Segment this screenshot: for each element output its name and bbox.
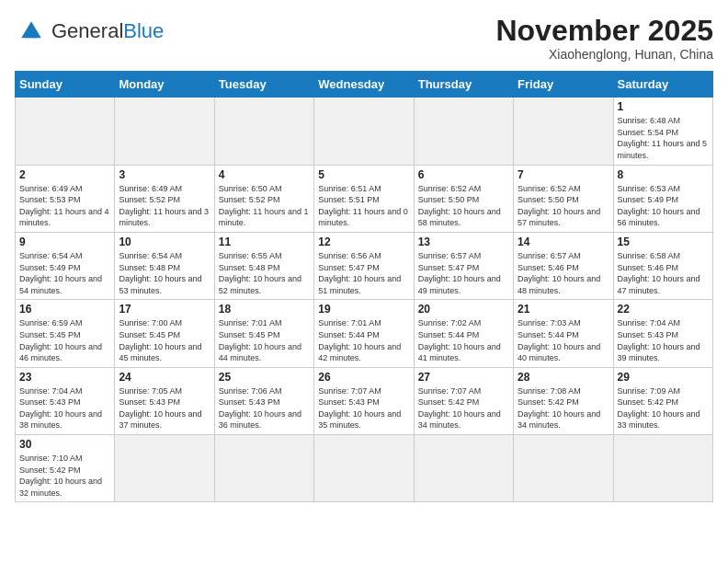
page: GeneralBlue November 2025 Xiaohenglong, … bbox=[0, 0, 728, 563]
calendar-cell: 10Sunrise: 6:54 AMSunset: 5:48 PMDayligh… bbox=[115, 232, 214, 299]
calendar-cell: 12Sunrise: 6:56 AMSunset: 5:47 PMDayligh… bbox=[314, 232, 414, 299]
logo: GeneralBlue bbox=[15, 15, 164, 48]
day-number: 2 bbox=[19, 168, 110, 181]
calendar-cell bbox=[414, 98, 513, 165]
day-number: 8 bbox=[618, 168, 709, 181]
th-friday: Friday bbox=[514, 72, 613, 98]
calendar-cell: 22Sunrise: 7:04 AMSunset: 5:43 PMDayligh… bbox=[613, 300, 712, 367]
day-number: 16 bbox=[19, 303, 110, 316]
th-tuesday: Tuesday bbox=[214, 72, 313, 98]
th-sunday: Sunday bbox=[16, 72, 115, 98]
day-info: Sunrise: 6:58 AMSunset: 5:46 PMDaylight:… bbox=[618, 250, 709, 296]
calendar-cell bbox=[16, 98, 115, 165]
calendar-week-row: 1Sunrise: 6:48 AMSunset: 5:54 PMDaylight… bbox=[16, 98, 713, 165]
calendar-cell bbox=[115, 435, 214, 502]
day-number: 7 bbox=[518, 168, 609, 181]
calendar-cell bbox=[514, 435, 613, 502]
calendar-body: 1Sunrise: 6:48 AMSunset: 5:54 PMDaylight… bbox=[16, 98, 713, 502]
day-info: Sunrise: 6:49 AMSunset: 5:52 PMDaylight:… bbox=[119, 183, 210, 229]
location: Xiaohenglong, Hunan, China bbox=[495, 47, 713, 62]
calendar-cell: 26Sunrise: 7:07 AMSunset: 5:43 PMDayligh… bbox=[314, 367, 414, 434]
day-number: 26 bbox=[318, 371, 409, 384]
day-info: Sunrise: 7:04 AMSunset: 5:43 PMDaylight:… bbox=[19, 385, 110, 431]
day-info: Sunrise: 7:05 AMSunset: 5:43 PMDaylight:… bbox=[119, 385, 210, 431]
day-number: 29 bbox=[618, 371, 709, 384]
day-number: 18 bbox=[219, 303, 310, 316]
day-number: 15 bbox=[618, 236, 709, 248]
day-number: 14 bbox=[518, 236, 609, 248]
calendar-cell: 4Sunrise: 6:50 AMSunset: 5:52 PMDaylight… bbox=[214, 165, 313, 232]
calendar-cell: 18Sunrise: 7:01 AMSunset: 5:45 PMDayligh… bbox=[214, 300, 313, 367]
day-info: Sunrise: 7:06 AMSunset: 5:43 PMDaylight:… bbox=[219, 385, 310, 431]
calendar-week-row: 2Sunrise: 6:49 AMSunset: 5:53 PMDaylight… bbox=[16, 165, 713, 232]
day-number: 9 bbox=[19, 236, 110, 248]
day-number: 28 bbox=[518, 371, 609, 384]
calendar-cell: 7Sunrise: 6:52 AMSunset: 5:50 PMDaylight… bbox=[514, 165, 613, 232]
calendar-cell: 28Sunrise: 7:08 AMSunset: 5:42 PMDayligh… bbox=[514, 367, 613, 434]
day-number: 11 bbox=[219, 236, 310, 248]
day-info: Sunrise: 6:51 AMSunset: 5:51 PMDaylight:… bbox=[318, 183, 409, 229]
day-info: Sunrise: 7:00 AMSunset: 5:45 PMDaylight:… bbox=[119, 317, 210, 363]
calendar-cell: 29Sunrise: 7:09 AMSunset: 5:42 PMDayligh… bbox=[613, 367, 712, 434]
calendar-cell: 20Sunrise: 7:02 AMSunset: 5:44 PMDayligh… bbox=[414, 300, 513, 367]
th-thursday: Thursday bbox=[414, 72, 513, 98]
calendar-cell: 15Sunrise: 6:58 AMSunset: 5:46 PMDayligh… bbox=[613, 232, 712, 299]
calendar-cell: 25Sunrise: 7:06 AMSunset: 5:43 PMDayligh… bbox=[214, 367, 313, 434]
calendar-cell bbox=[314, 98, 414, 165]
th-monday: Monday bbox=[115, 72, 214, 98]
th-wednesday: Wednesday bbox=[314, 72, 414, 98]
header: GeneralBlue November 2025 Xiaohenglong, … bbox=[15, 15, 713, 62]
th-saturday: Saturday bbox=[613, 72, 712, 98]
day-info: Sunrise: 7:07 AMSunset: 5:43 PMDaylight:… bbox=[318, 385, 409, 431]
calendar-cell bbox=[613, 435, 712, 502]
calendar-cell: 3Sunrise: 6:49 AMSunset: 5:52 PMDaylight… bbox=[115, 165, 214, 232]
day-number: 6 bbox=[418, 168, 509, 181]
day-info: Sunrise: 7:10 AMSunset: 5:42 PMDaylight:… bbox=[19, 453, 110, 499]
generalblue-logo-icon bbox=[15, 15, 48, 48]
day-info: Sunrise: 6:57 AMSunset: 5:46 PMDaylight:… bbox=[518, 250, 609, 296]
calendar-cell: 1Sunrise: 6:48 AMSunset: 5:54 PMDaylight… bbox=[613, 98, 712, 165]
day-number: 25 bbox=[219, 371, 310, 384]
day-number: 1 bbox=[618, 100, 709, 113]
calendar-cell: 9Sunrise: 6:54 AMSunset: 5:49 PMDaylight… bbox=[16, 232, 115, 299]
day-info: Sunrise: 7:01 AMSunset: 5:44 PMDaylight:… bbox=[318, 317, 409, 363]
day-info: Sunrise: 6:54 AMSunset: 5:49 PMDaylight:… bbox=[19, 250, 110, 296]
day-info: Sunrise: 7:08 AMSunset: 5:42 PMDaylight:… bbox=[518, 385, 609, 431]
day-number: 12 bbox=[318, 236, 409, 248]
calendar-cell: 24Sunrise: 7:05 AMSunset: 5:43 PMDayligh… bbox=[115, 367, 214, 434]
weekday-header-row: Sunday Monday Tuesday Wednesday Thursday… bbox=[16, 72, 713, 98]
day-info: Sunrise: 6:52 AMSunset: 5:50 PMDaylight:… bbox=[418, 183, 509, 229]
calendar-cell bbox=[414, 435, 513, 502]
calendar-cell: 13Sunrise: 6:57 AMSunset: 5:47 PMDayligh… bbox=[414, 232, 513, 299]
calendar-cell: 6Sunrise: 6:52 AMSunset: 5:50 PMDaylight… bbox=[414, 165, 513, 232]
calendar-cell: 17Sunrise: 7:00 AMSunset: 5:45 PMDayligh… bbox=[115, 300, 214, 367]
day-info: Sunrise: 7:03 AMSunset: 5:44 PMDaylight:… bbox=[518, 317, 609, 363]
day-info: Sunrise: 6:55 AMSunset: 5:48 PMDaylight:… bbox=[219, 250, 310, 296]
day-info: Sunrise: 6:48 AMSunset: 5:54 PMDaylight:… bbox=[618, 115, 709, 161]
day-info: Sunrise: 6:53 AMSunset: 5:49 PMDaylight:… bbox=[618, 183, 709, 229]
day-number: 21 bbox=[518, 303, 609, 316]
calendar-week-row: 30Sunrise: 7:10 AMSunset: 5:42 PMDayligh… bbox=[16, 435, 713, 502]
day-number: 30 bbox=[19, 438, 110, 451]
calendar-week-row: 23Sunrise: 7:04 AMSunset: 5:43 PMDayligh… bbox=[16, 367, 713, 434]
calendar-cell bbox=[115, 98, 214, 165]
month-title: November 2025 bbox=[495, 15, 713, 47]
day-number: 3 bbox=[119, 168, 210, 181]
day-info: Sunrise: 6:52 AMSunset: 5:50 PMDaylight:… bbox=[518, 183, 609, 229]
day-info: Sunrise: 6:49 AMSunset: 5:53 PMDaylight:… bbox=[19, 183, 110, 229]
logo-text: GeneralBlue bbox=[51, 21, 164, 41]
day-info: Sunrise: 7:01 AMSunset: 5:45 PMDaylight:… bbox=[219, 317, 310, 363]
day-info: Sunrise: 7:02 AMSunset: 5:44 PMDaylight:… bbox=[418, 317, 509, 363]
calendar-week-row: 16Sunrise: 6:59 AMSunset: 5:45 PMDayligh… bbox=[16, 300, 713, 367]
calendar-cell: 5Sunrise: 6:51 AMSunset: 5:51 PMDaylight… bbox=[314, 165, 414, 232]
day-number: 5 bbox=[318, 168, 409, 181]
day-number: 17 bbox=[119, 303, 210, 316]
day-info: Sunrise: 6:56 AMSunset: 5:47 PMDaylight:… bbox=[318, 250, 409, 296]
calendar-cell: 8Sunrise: 6:53 AMSunset: 5:49 PMDaylight… bbox=[613, 165, 712, 232]
day-number: 27 bbox=[418, 371, 509, 384]
day-info: Sunrise: 7:09 AMSunset: 5:42 PMDaylight:… bbox=[618, 385, 709, 431]
day-info: Sunrise: 6:57 AMSunset: 5:47 PMDaylight:… bbox=[418, 250, 509, 296]
calendar-cell bbox=[314, 435, 414, 502]
calendar-cell: 30Sunrise: 7:10 AMSunset: 5:42 PMDayligh… bbox=[16, 435, 115, 502]
day-info: Sunrise: 7:04 AMSunset: 5:43 PMDaylight:… bbox=[618, 317, 709, 363]
